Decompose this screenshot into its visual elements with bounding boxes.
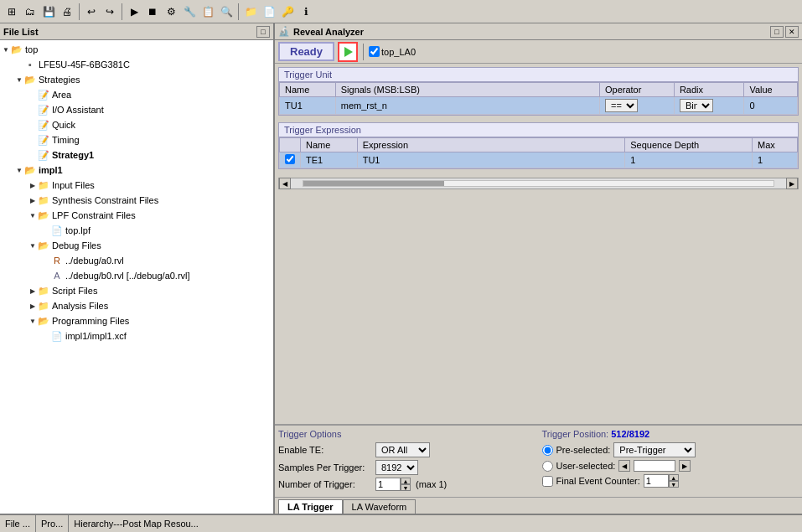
tu-operator-select[interactable]: == != >= <=	[605, 99, 638, 112]
script-icon-timing: 📝	[37, 133, 50, 147]
final-event-spin-up[interactable]: ▲	[669, 474, 679, 481]
toolbar-icon-3[interactable]: 💾	[40, 3, 57, 20]
tree-item-inputfiles[interactable]: ▶ 📁 Input Files	[2, 178, 272, 193]
table-row[interactable]: TU1 mem_rst_n == != >= <=	[280, 97, 798, 115]
toolbar-icon-10[interactable]: 🔧	[181, 3, 198, 20]
toolbar-icon-13[interactable]: 📁	[242, 3, 259, 20]
tree-item-lpffiles[interactable]: ▼ 📂 LPF Constraint Files	[2, 208, 272, 223]
expand-arrow-top[interactable]: ▼	[2, 45, 10, 54]
reveal-maximize-btn[interactable]: □	[770, 26, 784, 38]
samples-per-trigger-row: Samples Per Trigger: 8192 4096 2048 1024	[278, 460, 536, 475]
tree-label-lfe5u: LFE5U-45F-6BG381C	[39, 59, 130, 70]
scroll-left-arrow[interactable]: ◀	[279, 178, 291, 189]
tree-item-toplpf[interactable]: 📄 top.lpf	[2, 223, 272, 238]
te-row-checkbox[interactable]	[285, 154, 295, 164]
expand-arrow-inputfiles[interactable]: ▶	[28, 181, 37, 189]
tree-label-impl1: impl1	[39, 165, 63, 175]
tree-item-progfiles[interactable]: ▼ 📂 Programming Files	[2, 313, 272, 328]
user-selected-right-btn[interactable]: ▶	[679, 460, 691, 472]
spin-down-btn[interactable]: ▼	[401, 484, 411, 491]
tu-row-radix: Bin Hex Dec	[674, 97, 744, 115]
status-text-1: File ...	[5, 519, 30, 529]
toolbar-icon-7[interactable]: ▶	[126, 3, 142, 20]
status-ready-button[interactable]: Ready	[278, 42, 334, 61]
tree-item-scriptfiles[interactable]: ▶ 📁 Script Files	[2, 283, 272, 298]
tree-item-quick[interactable]: 📝 Quick	[2, 117, 272, 132]
user-selected-input[interactable]	[634, 460, 675, 472]
th-te-seqdepth: Sequence Depth	[625, 138, 753, 152]
scroll-right-arrow[interactable]: ▶	[786, 178, 798, 189]
expand-arrow-impl1[interactable]: ▼	[15, 166, 23, 174]
pre-selected-select[interactable]: Pre-Trigger Post-Trigger Center-Trigger	[613, 442, 696, 457]
scroll-thumb	[303, 181, 444, 186]
toolbar-icon-16[interactable]: ℹ	[298, 3, 314, 20]
final-event-spin-down[interactable]: ▼	[669, 481, 679, 488]
expand-arrow-synthfiles[interactable]: ▶	[28, 196, 37, 204]
reveal-close-btn[interactable]: ✕	[785, 26, 799, 38]
tree-item-impl1[interactable]: ▼ 📂 impl1	[2, 163, 272, 178]
tree-item-area[interactable]: 📝 Area	[2, 87, 272, 102]
panel-float-btn[interactable]: □	[256, 26, 270, 38]
th-te-check	[280, 138, 301, 152]
expand-arrow-lpffiles[interactable]: ▼	[28, 211, 37, 220]
spin-up-btn[interactable]: ▲	[401, 478, 411, 484]
tree-item-analysisfiles[interactable]: ▶ 📁 Analysis Files	[2, 298, 272, 313]
toolbar-icon-2[interactable]: 🗂	[22, 3, 39, 20]
toolbar-icon-15[interactable]: 🔑	[279, 3, 296, 20]
toolbar-icon-5[interactable]: ↩	[83, 3, 100, 20]
run-button[interactable]	[338, 42, 358, 62]
tree-item-synthfiles[interactable]: ▶ 📁 Synthesis Constraint Files	[2, 193, 272, 208]
tree-item-debugfiles[interactable]: ▼ 📂 Debug Files	[2, 238, 272, 253]
te-row-expression: TU1	[357, 152, 625, 168]
final-event-input[interactable]	[644, 474, 669, 488]
folder-icon-top: 📂	[10, 43, 23, 56]
samples-per-trigger-select[interactable]: 8192 4096 2048 1024	[375, 460, 418, 475]
script-icon-strategy1: 📝	[37, 148, 50, 162]
final-event-checkbox[interactable]	[542, 476, 553, 487]
xcf-icon: 📄	[50, 329, 64, 343]
tab-la-trigger[interactable]: LA Trigger	[278, 499, 343, 514]
number-of-trigger-input[interactable]	[375, 478, 401, 491]
toolbar-icon-14[interactable]: 📄	[261, 3, 277, 20]
trigger-position-label: Trigger Position:	[542, 429, 609, 439]
tree-item-io[interactable]: 📝 I/O Assistant	[2, 102, 272, 117]
tree-label-inputfiles: Input Files	[52, 180, 95, 190]
user-selected-left-btn[interactable]: ◀	[618, 460, 630, 472]
expand-arrow-debugfiles[interactable]: ▼	[28, 241, 37, 250]
expand-arrow-strategies[interactable]: ▼	[15, 75, 23, 84]
toolbar-icon-4[interactable]: 🖨	[59, 3, 75, 20]
tree-item-a0rvl[interactable]: R ../debug/a0.rvl	[2, 253, 272, 268]
toolbar-icon-9[interactable]: ⚙	[163, 3, 179, 20]
expand-arrow-progfiles[interactable]: ▼	[28, 317, 37, 325]
user-selected-radio[interactable]	[542, 461, 553, 472]
pre-selected-radio[interactable]	[542, 445, 553, 456]
toolbar-icon-1[interactable]: ⊞	[3, 3, 20, 20]
scroll-track[interactable]	[303, 180, 774, 187]
file-list-header: File List □	[0, 23, 273, 40]
enable-te-select[interactable]: OR All AND All TE1	[375, 442, 430, 457]
options-bar: Trigger Options Enable TE: OR All AND Al…	[275, 425, 802, 497]
te-row-name: TE1	[301, 152, 358, 168]
tree-item-strategy1[interactable]: 📝 Strategy1	[2, 147, 272, 163]
table-row[interactable]: TE1 TU1 1 1	[280, 152, 798, 168]
toolbar-icon-6[interactable]: ↪	[101, 3, 118, 20]
tree-item-xcf[interactable]: 📄 impl1/impl1.xcf	[2, 328, 272, 343]
tree-item-strategies[interactable]: ▼ 📂 Strategies	[2, 72, 272, 87]
toolbar-icon-8[interactable]: ⏹	[144, 3, 161, 20]
expand-arrow-analysisfiles[interactable]: ▶	[28, 302, 37, 310]
toolbar-icon-12[interactable]: 🔍	[218, 3, 235, 20]
top-module-checkbox[interactable]	[369, 46, 380, 57]
toolbar-icon-11[interactable]: 📋	[199, 3, 216, 20]
tree-item-b0rvl[interactable]: A ../debug/b0.rvl [../debug/a0.rvl]	[2, 268, 272, 283]
tree-label-progfiles: Programming Files	[52, 316, 129, 326]
tree-item-lfe5u[interactable]: ▪ LFE5U-45F-6BG381C	[2, 57, 272, 72]
tu-radix-select[interactable]: Bin Hex Dec	[680, 99, 713, 112]
tree-item-timing[interactable]: 📝 Timing	[2, 132, 272, 147]
te-row-max: 1	[752, 152, 797, 168]
expand-arrow-scriptfiles[interactable]: ▶	[28, 287, 37, 295]
tab-la-waveform[interactable]: LA Waveform	[343, 499, 417, 514]
tree-item-top[interactable]: ▼ 📂 top	[2, 42, 272, 57]
file-list-title: File List	[3, 27, 39, 37]
run-triangle-icon	[344, 47, 353, 57]
horiz-scrollbar[interactable]: ◀ ▶	[278, 178, 799, 189]
